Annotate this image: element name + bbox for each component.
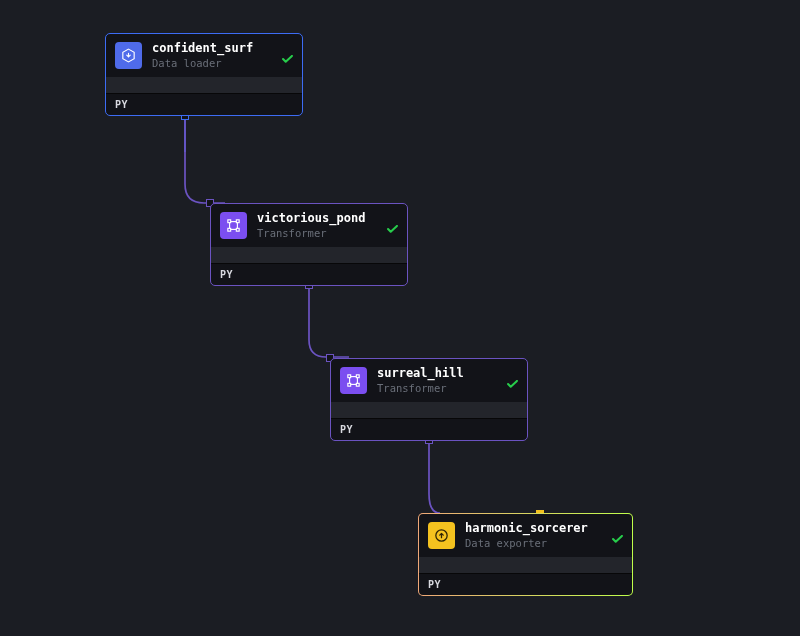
svg-rect-6 <box>348 375 351 378</box>
node-body <box>331 402 527 418</box>
status-success-icon <box>282 48 293 67</box>
pipeline-canvas[interactable]: confident_surf Data loader PY victorious… <box>0 0 800 636</box>
svg-rect-2 <box>236 220 239 223</box>
lang-badge: PY <box>340 424 353 435</box>
node-surreal-hill[interactable]: surreal_hill Transformer PY <box>330 358 528 441</box>
status-success-icon <box>507 373 518 392</box>
node-titles: victorious_pond Transformer <box>257 212 398 239</box>
node-footer: PY <box>419 573 632 595</box>
edge-3 <box>429 440 440 513</box>
node-confident-surf[interactable]: confident_surf Data loader PY <box>105 33 303 116</box>
status-success-icon <box>612 528 623 547</box>
node-header: confident_surf Data loader <box>106 34 302 77</box>
node-body <box>419 557 632 573</box>
node-harmonic-sorcerer[interactable]: harmonic_sorcerer Data exporter PY <box>418 513 633 596</box>
loader-icon <box>115 42 142 69</box>
node-footer: PY <box>331 418 527 440</box>
node-footer: PY <box>211 263 407 285</box>
node-subtitle: Transformer <box>257 227 398 239</box>
status-success-icon <box>387 218 398 237</box>
node-body <box>106 77 302 93</box>
node-titles: confident_surf Data loader <box>152 42 293 69</box>
node-subtitle: Data exporter <box>465 537 623 549</box>
node-subtitle: Transformer <box>377 382 518 394</box>
node-header: victorious_pond Transformer <box>211 204 407 247</box>
exporter-icon <box>428 522 455 549</box>
node-body <box>211 247 407 263</box>
svg-rect-7 <box>356 375 359 378</box>
svg-rect-3 <box>228 228 231 231</box>
svg-rect-8 <box>348 383 351 386</box>
node-titles: surreal_hill Transformer <box>377 367 518 394</box>
node-title: confident_surf <box>152 42 293 56</box>
svg-rect-1 <box>228 220 231 223</box>
edge-1 <box>185 116 225 203</box>
lang-badge: PY <box>115 99 128 110</box>
transformer-icon <box>340 367 367 394</box>
transformer-icon <box>220 212 247 239</box>
node-subtitle: Data loader <box>152 57 293 69</box>
edge-2 <box>309 285 349 357</box>
svg-rect-4 <box>236 228 239 231</box>
node-titles: harmonic_sorcerer Data exporter <box>465 522 623 549</box>
node-title: victorious_pond <box>257 212 398 226</box>
node-title: surreal_hill <box>377 367 518 381</box>
node-footer: PY <box>106 93 302 115</box>
lang-badge: PY <box>428 579 441 590</box>
node-header: surreal_hill Transformer <box>331 359 527 402</box>
node-title: harmonic_sorcerer <box>465 522 623 536</box>
lang-badge: PY <box>220 269 233 280</box>
node-header: harmonic_sorcerer Data exporter <box>419 514 632 557</box>
svg-rect-9 <box>356 383 359 386</box>
node-victorious-pond[interactable]: victorious_pond Transformer PY <box>210 203 408 286</box>
